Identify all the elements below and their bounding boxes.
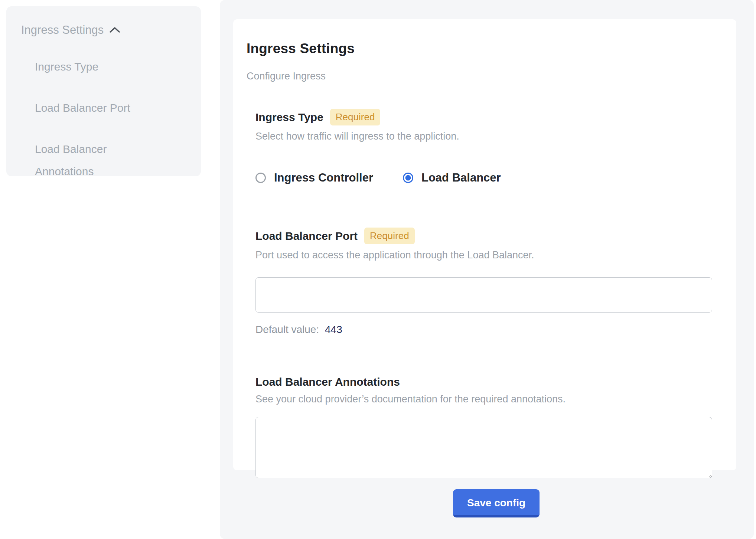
radio-circle-icon (403, 173, 413, 183)
sidebar-section-ingress-settings[interactable]: Ingress Settings (21, 23, 186, 37)
sidebar-item-ingress-type[interactable]: Ingress Type (35, 56, 157, 78)
default-value-row: Default value: 443 (255, 324, 712, 336)
ingress-type-radio-group: Ingress Controller Load Balancer (255, 171, 712, 184)
save-config-button[interactable]: Save config (453, 489, 540, 517)
sidebar-item-load-balancer-annotations[interactable]: Load Balancer Annotations (35, 138, 157, 183)
ingress-type-label: Ingress Type (255, 111, 323, 124)
settings-sidebar: Ingress Settings Ingress Type Load Balan… (6, 6, 201, 176)
section-load-balancer-port: Load Balancer Port Required Port used to… (255, 228, 712, 336)
section-ingress-type: Ingress Type Required Select how traffic… (255, 109, 712, 184)
main-panel: Ingress Settings Configure Ingress Ingre… (220, 0, 754, 539)
radio-ingress-controller[interactable]: Ingress Controller (255, 171, 373, 184)
ingress-type-help: Select how traffic will ingress to the a… (255, 131, 712, 142)
page-subtitle: Configure Ingress (247, 71, 712, 82)
default-value: 443 (325, 324, 342, 335)
sidebar-section-label: Ingress Settings (21, 23, 104, 37)
sidebar-item-load-balancer-port[interactable]: Load Balancer Port (35, 97, 157, 119)
radio-label: Load Balancer (421, 171, 501, 184)
load-balancer-port-label: Load Balancer Port (255, 230, 358, 242)
chevron-up-icon (109, 23, 121, 37)
load-balancer-port-help: Port used to access the application thro… (255, 249, 712, 261)
radio-load-balancer[interactable]: Load Balancer (403, 171, 501, 184)
ingress-settings-card: Ingress Settings Configure Ingress Ingre… (233, 19, 736, 470)
load-balancer-port-input[interactable] (255, 277, 712, 313)
required-badge: Required (364, 228, 415, 244)
section-load-balancer-annotations: Load Balancer Annotations See your cloud… (255, 376, 712, 480)
page-title: Ingress Settings (247, 41, 712, 56)
sidebar-items: Ingress Type Load Balancer Port Load Bal… (35, 56, 186, 183)
load-balancer-annotations-label: Load Balancer Annotations (255, 376, 400, 388)
load-balancer-annotations-textarea[interactable] (255, 417, 712, 478)
load-balancer-annotations-help: See your cloud provider’s documentation … (255, 393, 712, 405)
required-badge: Required (330, 109, 381, 125)
radio-label: Ingress Controller (274, 171, 373, 184)
radio-circle-icon (255, 173, 266, 183)
default-value-label: Default value: (255, 324, 319, 335)
